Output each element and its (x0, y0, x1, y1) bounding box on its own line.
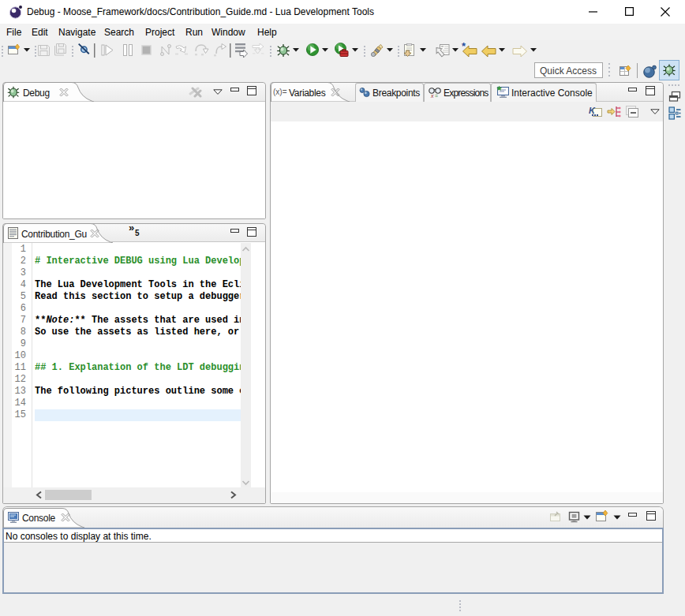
svg-text:x: x (430, 93, 434, 99)
svg-text:=: = (435, 93, 438, 99)
svg-text:K: K (589, 106, 596, 115)
